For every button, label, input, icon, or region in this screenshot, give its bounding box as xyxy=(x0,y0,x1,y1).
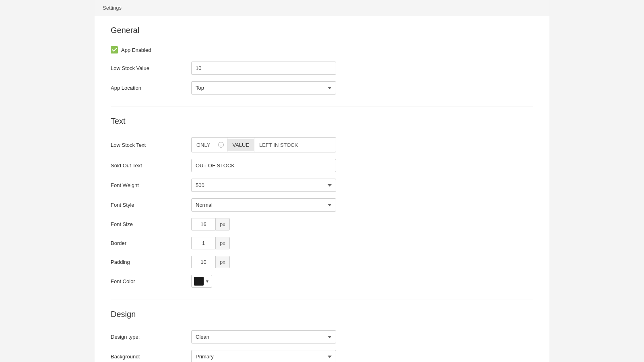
design-type-select[interactable]: Clean Bold Minimal xyxy=(191,330,336,343)
font-style-control: Normal Italic Oblique xyxy=(191,198,533,212)
background-control: Primary Secondary None xyxy=(191,350,533,362)
design-type-control: Clean Bold Minimal xyxy=(191,330,533,343)
page-wrapper: Settings General App Enabled Low Stock V… xyxy=(95,0,549,362)
font-color-label: Font Color xyxy=(111,278,191,284)
design-section-title: Design xyxy=(111,310,533,322)
padding-input-group: px xyxy=(191,256,533,268)
lst-value: VALUE xyxy=(227,139,254,151)
lst-suffix: LEFT IN STOCK xyxy=(254,139,303,151)
low-stock-text-label: Low Stock Text xyxy=(111,142,191,148)
divider-2 xyxy=(111,300,533,300)
text-section: Text Low Stock Text ONLY i VALU xyxy=(111,117,533,288)
sold-out-text-input[interactable] xyxy=(191,159,336,172)
design-type-row: Design type: Clean Bold Minimal xyxy=(111,330,533,343)
app-enabled-label: App Enabled xyxy=(121,47,151,53)
low-stock-text-row: Low Stock Text ONLY i VALUE L xyxy=(111,137,533,152)
low-stock-text-control: ONLY i VALUE LEFT IN STOCK xyxy=(191,137,533,152)
app-enabled-checkbox[interactable] xyxy=(111,46,118,53)
font-weight-label: Font Weight xyxy=(111,182,191,188)
font-weight-control: 100 200 300 400 500 600 700 800 900 xyxy=(191,179,533,192)
info-icon: i xyxy=(215,142,227,148)
border-row: Border px xyxy=(111,237,533,249)
font-weight-row: Font Weight 100 200 300 400 500 600 700 … xyxy=(111,179,533,192)
font-size-label: Font Size xyxy=(111,221,191,227)
border-input-group: px xyxy=(191,237,533,249)
border-unit: px xyxy=(215,237,230,249)
low-stock-value-input[interactable] xyxy=(191,62,336,75)
font-style-select[interactable]: Normal Italic Oblique xyxy=(191,198,336,212)
general-section: General App Enabled Low Stock Value xyxy=(111,26,533,95)
font-size-control: px xyxy=(191,218,533,230)
background-row: Background: Primary Secondary None xyxy=(111,350,533,362)
font-color-control: ▼ xyxy=(191,275,533,288)
padding-input[interactable] xyxy=(191,256,215,268)
app-location-label: App Location xyxy=(111,85,191,91)
color-arrow-icon: ▼ xyxy=(205,279,209,284)
border-control: px xyxy=(191,237,533,249)
sold-out-text-label: Sold Out Text xyxy=(111,162,191,169)
padding-unit: px xyxy=(215,256,230,268)
low-stock-value-row: Low Stock Value xyxy=(111,62,533,75)
font-color-row: Font Color ▼ xyxy=(111,275,533,288)
sold-out-text-control xyxy=(191,159,533,172)
sold-out-text-row: Sold Out Text xyxy=(111,159,533,172)
header-title: Settings xyxy=(103,5,122,11)
design-section: Design Design type: Clean Bold Minimal B… xyxy=(111,310,533,362)
font-size-unit: px xyxy=(215,218,230,230)
font-weight-select[interactable]: 100 200 300 400 500 600 700 800 900 xyxy=(191,179,336,192)
border-label: Border xyxy=(111,240,191,246)
settings-header: Settings xyxy=(95,0,549,16)
font-style-label: Font Style xyxy=(111,202,191,208)
design-type-label: Design type: xyxy=(111,334,191,340)
font-size-input[interactable] xyxy=(191,218,215,230)
font-style-row: Font Style Normal Italic Oblique xyxy=(111,198,533,212)
text-section-title: Text xyxy=(111,117,533,129)
general-section-title: General xyxy=(111,26,533,38)
app-enabled-row[interactable]: App Enabled xyxy=(111,46,533,53)
padding-control: px xyxy=(191,256,533,268)
low-stock-text-editor: ONLY i VALUE LEFT IN STOCK xyxy=(191,137,336,152)
app-location-select[interactable]: Top Bottom Middle xyxy=(191,81,336,95)
svg-text:i: i xyxy=(221,143,222,147)
app-location-row: App Location Top Bottom Middle xyxy=(111,81,533,95)
background-label: Background: xyxy=(111,354,191,360)
border-input[interactable] xyxy=(191,237,215,249)
background-select[interactable]: Primary Secondary None xyxy=(191,350,336,362)
low-stock-value-control xyxy=(191,62,533,75)
font-size-input-group: px xyxy=(191,218,533,230)
divider-1 xyxy=(111,107,533,107)
font-size-row: Font Size px xyxy=(111,218,533,230)
font-color-picker[interactable]: ▼ xyxy=(191,275,212,288)
padding-label: Padding xyxy=(111,259,191,265)
content-area: General App Enabled Low Stock Value xyxy=(95,16,549,362)
app-location-control: Top Bottom Middle xyxy=(191,81,533,95)
color-swatch xyxy=(194,277,204,286)
lst-prefix: ONLY xyxy=(192,139,215,151)
padding-row: Padding px xyxy=(111,256,533,268)
low-stock-value-label: Low Stock Value xyxy=(111,65,191,71)
